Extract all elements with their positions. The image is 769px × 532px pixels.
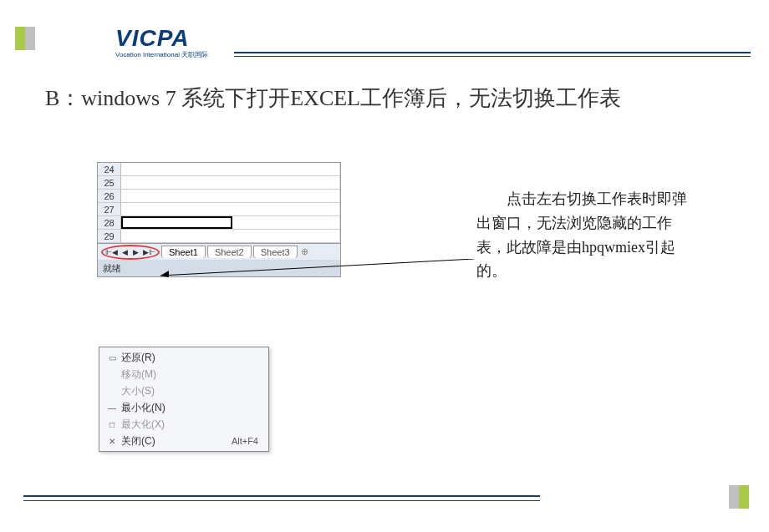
nav-next-icon[interactable]: ▶ (133, 248, 139, 256)
bottom-divider (23, 495, 540, 497)
sheet-tab[interactable]: Sheet1 (161, 246, 206, 258)
deco-block (739, 485, 749, 509)
deco-block (15, 27, 25, 50)
logo-subtext: Vocation International 天职国际 (115, 50, 208, 59)
bottom-decoration (729, 485, 749, 509)
maximize-icon: □ (103, 420, 121, 429)
excel-row: 26 (98, 190, 340, 203)
menu-item-minimize[interactable]: — 最小化(N) (99, 399, 268, 416)
row-header: 25 (98, 176, 121, 189)
menu-item-maximize[interactable]: □ 最大化(X) (99, 416, 268, 433)
menu-item-move[interactable]: 移动(M) (99, 366, 268, 383)
excel-row: 29 (98, 230, 340, 243)
menu-label: 关闭(C) (121, 434, 232, 448)
nav-first-icon[interactable]: ⊩◀ (105, 248, 118, 256)
logo-text: VICPA (115, 25, 208, 52)
deco-block (25, 27, 35, 50)
menu-item-close[interactable]: ✕ 关闭(C) Alt+F4 (99, 433, 268, 449)
row-header: 24 (98, 163, 121, 175)
excel-row: 25 (98, 176, 340, 190)
selected-cell (121, 216, 232, 229)
menu-item-size[interactable]: 大小(S) (99, 383, 268, 399)
context-menu: ▭ 还原(R) 移动(M) 大小(S) — 最小化(N) □ 最大化(X) ✕ … (99, 347, 269, 452)
excel-row: 27 (98, 203, 340, 216)
top-divider (234, 52, 751, 53)
slide-title: B：windows 7 系统下打开EXCEL工作簿后，无法切换工作表 (45, 84, 621, 113)
menu-label: 最大化(X) (121, 418, 262, 432)
logo: VICPA Vocation International 天职国际 (115, 25, 208, 59)
menu-label: 大小(S) (121, 384, 262, 398)
bottom-divider-thin (23, 500, 540, 501)
nav-last-icon[interactable]: ▶⊩ (143, 248, 155, 256)
status-bar: 就绪 (98, 260, 340, 276)
sheet-tab[interactable]: Sheet2 (207, 246, 252, 258)
deco-block (729, 485, 739, 509)
row-header: 26 (98, 190, 121, 202)
sheet-tab-bar: ⊩◀ ◀ ▶ ▶⊩ Sheet1 Sheet2 Sheet3 ⊕ (98, 243, 340, 260)
description-text: 点击左右切换工作表时即弹出窗口，无法浏览隐藏的工作表，此故障是由hpqwmiex… (476, 187, 700, 283)
excel-row: 28 (98, 216, 340, 230)
top-divider-thin (234, 56, 751, 57)
top-decoration (15, 27, 35, 50)
menu-label: 还原(R) (121, 351, 262, 365)
menu-shortcut: Alt+F4 (232, 436, 262, 446)
row-header: 28 (98, 216, 121, 229)
row-header: 29 (98, 230, 121, 242)
minimize-icon: — (103, 403, 121, 413)
add-sheet-icon[interactable]: ⊕ (301, 246, 308, 257)
close-icon: ✕ (103, 437, 121, 446)
excel-row: 24 (98, 163, 340, 176)
menu-label: 最小化(N) (121, 401, 262, 415)
nav-prev-icon[interactable]: ◀ (122, 248, 128, 256)
row-header: 27 (98, 203, 121, 215)
sheet-tab[interactable]: Sheet3 (253, 246, 298, 258)
menu-label: 移动(M) (121, 367, 262, 382)
menu-item-restore[interactable]: ▭ 还原(R) (99, 349, 268, 366)
tab-nav-circle: ⊩◀ ◀ ▶ ▶⊩ (101, 245, 160, 260)
restore-icon: ▭ (103, 353, 121, 362)
excel-screenshot: 24 25 26 27 28 29 ⊩◀ ◀ ▶ ▶⊩ Sheet1 Sheet… (97, 162, 341, 277)
